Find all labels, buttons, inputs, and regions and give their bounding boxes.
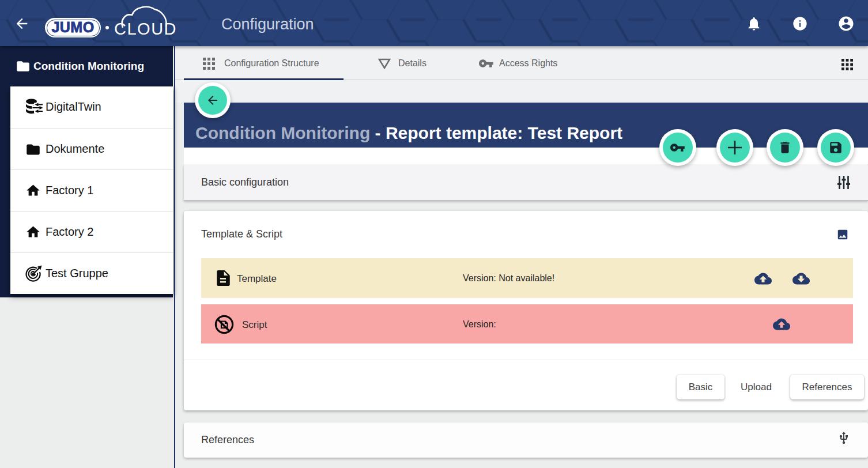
- svg-text:CLOUD: CLOUD: [114, 20, 177, 38]
